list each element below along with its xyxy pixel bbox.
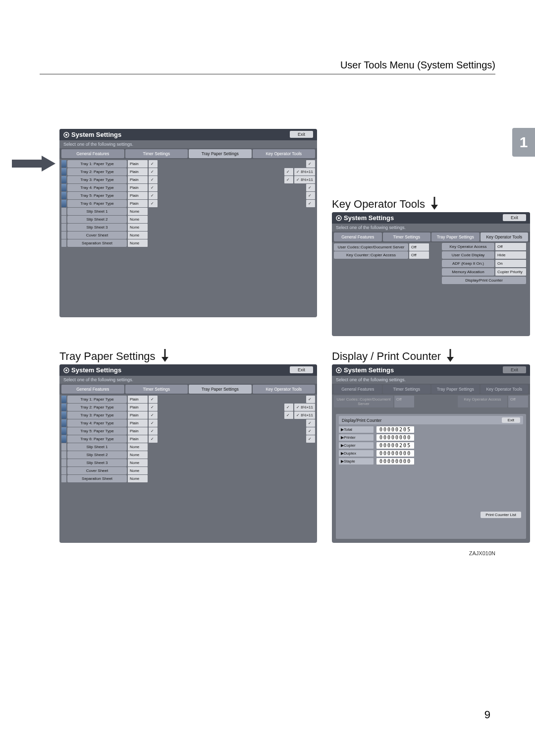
row-label[interactable]: Tray 1: Paper Type <box>67 160 127 168</box>
tray-row: Slip Sheet 1None <box>61 208 315 215</box>
paper-size: ✓ 8½×11 <box>294 168 315 175</box>
row-label[interactable]: Memory Allocation <box>442 268 494 276</box>
row-label[interactable]: Slip Sheet 2 <box>67 451 127 459</box>
row-label[interactable]: Tray 3: Paper Type <box>67 411 127 419</box>
row-label[interactable]: Tray 6: Paper Type <box>67 200 127 207</box>
tab-general[interactable]: General Features <box>334 233 382 241</box>
indicator-icon <box>61 404 66 411</box>
check-icon: ✓ <box>149 192 158 199</box>
tabs: General Features Timer Settings Tray Pap… <box>59 384 317 395</box>
row-label[interactable]: Tray 2: Paper Type <box>67 404 127 411</box>
keyop-row: Memory AllocationCopier Priority <box>442 268 526 276</box>
row-label[interactable]: Separation Sheet <box>67 239 127 247</box>
indicator-icon <box>61 459 66 466</box>
row-value: None <box>128 216 148 223</box>
tray-row: Tray 6: Paper TypePlain✓✓ <box>61 200 315 207</box>
panel-title: System Settings <box>59 364 317 376</box>
svg-marker-12 <box>447 357 454 362</box>
tab-tray: Tray Paper Settings <box>431 385 480 394</box>
row-value: Plain <box>128 168 148 175</box>
counter-value: 00000000 <box>376 450 414 457</box>
tab-keyop[interactable]: Key Operator Tools <box>253 385 316 394</box>
counter-row: ▶Copier00000205 <box>339 442 523 449</box>
row-label[interactable]: Cover Sheet <box>67 467 127 474</box>
row-label[interactable]: Tray 4: Paper Type <box>67 184 127 191</box>
indicator-icon <box>61 475 66 482</box>
row-value: None <box>128 208 148 215</box>
tab-tray[interactable]: Tray Paper Settings <box>189 385 252 394</box>
check-icon: ✓ <box>149 160 158 168</box>
row-value: None <box>128 224 148 231</box>
row-label[interactable]: Cover Sheet <box>67 232 127 239</box>
paper-size: ✓ 8½×11 <box>294 176 315 183</box>
row-label[interactable]: Tray 5: Paper Type <box>67 427 127 435</box>
tab-general: General Features <box>334 385 382 394</box>
tab-keyop[interactable]: Key Operator Tools <box>481 233 529 241</box>
check-icon: ✓ <box>149 168 158 175</box>
tab-tray[interactable]: Tray Paper Settings <box>431 233 480 241</box>
indicator-icon <box>61 443 66 451</box>
tab-timer[interactable]: Timer Settings <box>125 385 188 394</box>
exit-button[interactable]: Exit <box>290 366 313 373</box>
label-tray-paper: Tray Paper Settings <box>59 348 171 366</box>
row-label[interactable]: Key Operator Access <box>442 243 494 250</box>
print-counter-list-button[interactable]: Print Counter List <box>481 512 521 518</box>
row-label[interactable]: Key Counter::Copier Access <box>334 251 408 259</box>
tab-general[interactable]: General Features <box>61 149 124 158</box>
tab-tray[interactable]: Tray Paper Settings <box>189 149 252 158</box>
tab-timer[interactable]: Timer Settings <box>383 233 431 241</box>
counter-value: 00000205 <box>376 426 414 433</box>
row-label[interactable]: Display/Print Counter <box>442 277 526 284</box>
row-label[interactable]: User Code Display <box>442 251 494 259</box>
row-label[interactable]: Tray 4: Paper Type <box>67 419 127 427</box>
row-value: Off <box>508 396 528 407</box>
row-value: Hide <box>495 251 526 259</box>
check-icon: ✓ <box>149 411 158 419</box>
row-value: Off <box>394 396 414 407</box>
indicator-icon <box>61 451 66 459</box>
row-label[interactable]: Slip Sheet 2 <box>67 216 127 223</box>
row-label[interactable]: Tray 5: Paper Type <box>67 192 127 199</box>
row-label[interactable]: Slip Sheet 1 <box>67 443 127 451</box>
row-label: User Codes::Copier/Document Server <box>334 396 393 407</box>
row-label[interactable]: Tray 3: Paper Type <box>67 176 127 183</box>
tabs: General Features Timer Settings Tray Pap… <box>59 148 317 159</box>
counter-label: ▶Duplex <box>339 450 374 457</box>
check-icon: ✓ <box>149 404 158 411</box>
row-label[interactable]: Slip Sheet 3 <box>67 224 127 231</box>
tab-keyop[interactable]: Key Operator Tools <box>253 149 316 158</box>
label-key-operator: Key Operator Tools <box>332 196 441 214</box>
row-value: Plain <box>128 427 148 435</box>
row-value: None <box>128 459 148 466</box>
check-icon: ✓ <box>284 168 293 175</box>
indicator-icon <box>61 216 66 223</box>
panel-subtitle: Select one of the following settings. <box>332 376 530 384</box>
tray-row: Tray 3: Paper TypePlain✓✓✓ 8½×11 <box>61 411 315 419</box>
keyop-right-rows: Key Operator AccessOffUser Code DisplayH… <box>442 243 526 285</box>
tab-general[interactable]: General Features <box>61 385 124 394</box>
row-label[interactable]: Tray 2: Paper Type <box>67 168 127 175</box>
paper-size: ✓ 8½×11 <box>294 404 315 411</box>
keyop-row: Key Counter::Copier AccessOff <box>334 251 429 259</box>
row-label[interactable]: User Codes::Copier/Document Server <box>334 243 408 251</box>
section-badge: 1 <box>512 128 535 157</box>
exit-button[interactable]: Exit <box>290 131 313 138</box>
row-value: Plain <box>128 396 148 403</box>
indicator-icon <box>61 208 66 215</box>
exit-button[interactable]: Exit <box>503 214 526 221</box>
row-label[interactable]: Slip Sheet 1 <box>67 208 127 215</box>
row-label[interactable]: ADF (Keep It On.) <box>442 260 494 267</box>
row-value: None <box>128 239 148 247</box>
tab-timer[interactable]: Timer Settings <box>125 149 188 158</box>
counter-exit-button[interactable]: Exit <box>502 417 520 423</box>
row-label[interactable]: Slip Sheet 3 <box>67 459 127 466</box>
tray-row: Slip Sheet 3None <box>61 224 315 231</box>
row-label[interactable]: Tray 6: Paper Type <box>67 435 127 443</box>
tray-row: Slip Sheet 1None <box>61 443 315 451</box>
indicator-icon <box>61 419 66 427</box>
row-label[interactable]: Tray 1: Paper Type <box>67 396 127 403</box>
indicator-icon <box>61 411 66 419</box>
tray-row: Tray 1: Paper TypePlain✓✓ <box>61 396 315 403</box>
row-label[interactable]: Separation Sheet <box>67 475 127 482</box>
tray-rows: Tray 1: Paper TypePlain✓✓Tray 2: Paper T… <box>59 159 317 248</box>
